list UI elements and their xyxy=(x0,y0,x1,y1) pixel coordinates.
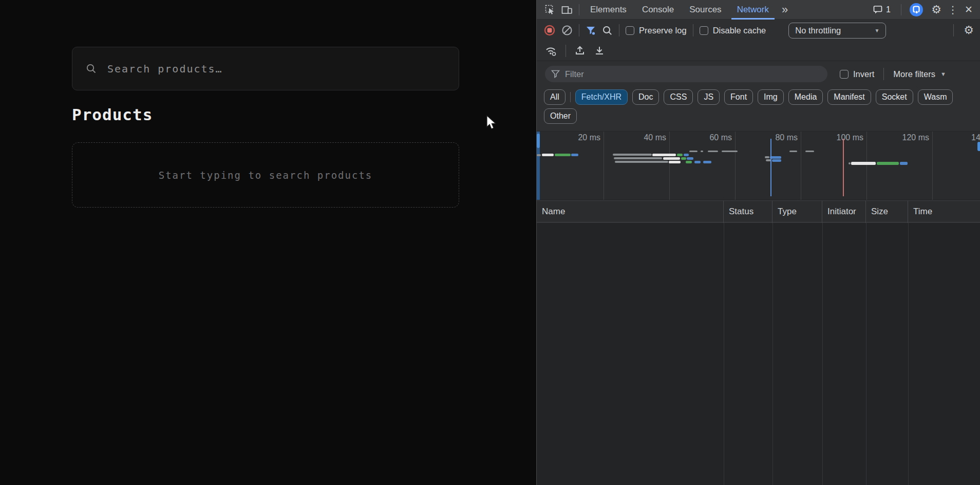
network-conditions-row xyxy=(537,41,980,61)
network-overview-timeline[interactable]: 20 ms40 ms60 ms80 ms100 ms120 ms14 xyxy=(537,132,980,200)
table-column-rule xyxy=(724,223,724,485)
record-network-log-icon[interactable] xyxy=(544,25,555,36)
close-devtools-icon[interactable]: ✕ xyxy=(961,2,976,18)
tab-console[interactable]: Console xyxy=(634,0,682,20)
timeline-label: 120 ms xyxy=(890,133,929,142)
waterfall-bar xyxy=(900,162,908,165)
waterfall-bar xyxy=(703,161,711,163)
column-header-initiator[interactable]: Initiator xyxy=(822,201,866,223)
tab-sources[interactable]: Sources xyxy=(682,0,729,20)
clear-network-log-icon[interactable] xyxy=(561,25,573,36)
chip-doc[interactable]: Doc xyxy=(632,89,659,105)
settings-gear-icon[interactable]: ⚙ xyxy=(928,2,945,18)
waterfall-bar xyxy=(851,162,876,165)
chip-divider xyxy=(570,92,571,102)
export-har-icon[interactable] xyxy=(594,45,605,57)
search-network-icon[interactable] xyxy=(602,25,613,36)
column-header-name[interactable]: Name xyxy=(537,201,724,223)
timeline-label: 40 ms xyxy=(627,133,666,142)
requests-table-body[interactable] xyxy=(537,223,980,485)
more-filters-dropdown[interactable]: More filters ▼ xyxy=(893,69,946,79)
waterfall-bar xyxy=(708,151,718,152)
waterfall-bar xyxy=(877,162,899,165)
product-search-input[interactable] xyxy=(107,63,416,75)
column-header-size[interactable]: Size xyxy=(866,201,908,223)
kebab-menu-icon[interactable]: ⋮ xyxy=(947,2,959,18)
tab-network[interactable]: Network xyxy=(729,0,777,20)
waterfall-bar xyxy=(681,157,686,160)
filter-toggle-icon[interactable] xyxy=(586,26,596,35)
timeline-event-marker xyxy=(770,139,771,196)
chip-css[interactable]: CSS xyxy=(664,89,693,105)
chip-fetch-xhr[interactable]: Fetch/XHR xyxy=(575,89,628,105)
divider xyxy=(579,4,579,15)
funnel-icon xyxy=(551,70,560,78)
chip-manifest[interactable]: Manifest xyxy=(827,89,871,105)
disable-cache-label: Disable cache xyxy=(713,26,766,35)
column-header-type[interactable]: Type xyxy=(772,201,822,223)
chip-wasm[interactable]: Wasm xyxy=(918,89,953,105)
screen: Products Start typing to search products xyxy=(0,0,980,485)
import-har-icon[interactable] xyxy=(574,45,586,57)
device-toolbar-icon[interactable] xyxy=(558,2,576,18)
extension-badge-icon[interactable] xyxy=(907,1,926,18)
timeline-label: 20 ms xyxy=(561,133,600,142)
waterfall-bar xyxy=(542,154,554,156)
column-header-status[interactable]: Status xyxy=(724,201,772,223)
divider xyxy=(566,45,566,57)
invert-checkbox[interactable] xyxy=(840,70,849,79)
invert-label: Invert xyxy=(853,69,874,79)
inspect-element-icon[interactable] xyxy=(542,2,558,18)
chip-other[interactable]: Other xyxy=(544,108,577,124)
throttling-value: No throttling xyxy=(795,26,841,35)
divider xyxy=(953,24,954,36)
disable-cache-checkbox[interactable] xyxy=(700,26,708,35)
network-settings-gear-icon[interactable]: ⚙ xyxy=(960,22,977,39)
product-search-box[interactable] xyxy=(72,47,459,90)
filter-input[interactable] xyxy=(565,69,801,79)
requests-table-header: NameStatusTypeInitiatorSizeTime xyxy=(537,200,980,222)
waterfall-bar xyxy=(555,154,571,156)
devtools-panel: ElementsConsoleSourcesNetwork » 1 xyxy=(536,0,980,485)
timeline-gridline xyxy=(735,132,736,200)
web-page: Products Start typing to search products xyxy=(0,0,536,485)
chip-font[interactable]: Font xyxy=(724,89,753,105)
preserve-log-checkbox[interactable] xyxy=(626,26,634,35)
overview-left-handle[interactable] xyxy=(537,134,540,148)
waterfall-bar xyxy=(613,154,652,156)
filter-input-pill[interactable] xyxy=(545,66,827,82)
invert-toggle[interactable]: Invert xyxy=(840,69,874,79)
waterfall-bar xyxy=(686,161,692,163)
waterfall-bar xyxy=(770,156,781,159)
chip-all[interactable]: All xyxy=(544,89,566,105)
issues-counter[interactable]: 1 xyxy=(868,5,896,14)
chip-js[interactable]: JS xyxy=(698,89,720,105)
overview-right-handle[interactable] xyxy=(977,142,980,151)
request-type-chips: AllFetch/XHRDocCSSJSFontImgMediaManifest… xyxy=(537,86,980,132)
waterfall-bar xyxy=(614,157,662,159)
search-results-placeholder: Start typing to search products xyxy=(72,142,459,208)
table-column-rule xyxy=(822,223,823,485)
chip-media[interactable]: Media xyxy=(788,89,823,105)
waterfall-bar xyxy=(687,157,693,160)
search-icon xyxy=(86,63,97,74)
throttling-dropdown[interactable]: No throttling ▼ xyxy=(788,23,886,39)
timeline-label: 14 xyxy=(971,133,980,142)
chip-socket[interactable]: Socket xyxy=(876,89,913,105)
waterfall-bar xyxy=(684,154,689,156)
timeline-gridline xyxy=(866,132,867,200)
network-conditions-icon[interactable] xyxy=(545,45,557,57)
chip-img[interactable]: Img xyxy=(758,89,784,105)
divider xyxy=(579,24,579,36)
more-panels-icon[interactable]: » xyxy=(777,3,792,16)
column-header-time[interactable]: Time xyxy=(908,201,980,223)
waterfall-bar xyxy=(701,151,703,152)
timeline-event-marker xyxy=(843,139,844,196)
waterfall-bar xyxy=(789,151,797,152)
disable-cache-toggle[interactable]: Disable cache xyxy=(700,26,766,35)
divider xyxy=(619,24,619,36)
preserve-log-toggle[interactable]: Preserve log xyxy=(626,26,687,35)
tab-elements[interactable]: Elements xyxy=(582,0,634,20)
waterfall-bar xyxy=(694,161,701,163)
preserve-log-label: Preserve log xyxy=(639,26,687,35)
